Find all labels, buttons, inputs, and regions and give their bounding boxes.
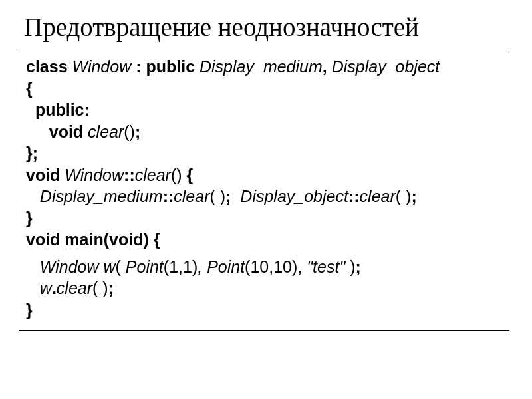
id-clear: clear [57,279,92,297]
code-line: public: [26,99,502,121]
id-clear: clear [88,122,124,141]
brace-close: } [26,301,33,319]
parens: () [171,166,182,184]
code-line: Display_medium::clear( ); Display_object… [26,186,502,207]
slide: Предотвращение неоднозначностей class Wi… [0,0,532,399]
semicolon: ; [356,257,361,276]
id-clear: clear [360,187,396,205]
paren-open: ( [116,257,126,276]
brace-close-semi: }; [26,144,38,162]
paren-close: ) [350,257,355,276]
kw-public: public [146,57,195,76]
id-w: w [40,279,52,297]
comma: , [323,57,327,76]
id-display-medium: Display_medium [40,187,163,205]
id-point: Point [126,257,164,276]
id-window: Window [65,166,124,184]
brace-open: { [187,166,194,184]
parens: ( ) [396,187,412,205]
code-block: class Window : public Display_medium, Di… [19,49,509,331]
code-line: } [26,207,502,229]
code-line: { [26,78,502,100]
id-display-object: Display_object [332,57,440,76]
id-clear: clear [174,187,209,205]
scope: :: [124,166,135,184]
code-line: Window w( Point(1,1), Point(10,10), "tes… [26,256,502,278]
code-line: void Window::clear() { [26,164,502,186]
id-window-w: Window w [40,257,116,276]
brace-close: } [26,209,33,227]
id-display-medium: Display_medium [200,57,323,76]
space [68,57,72,76]
indent [26,187,40,205]
slide-title: Предотвращение неоднозначностей [0,12,532,42]
scope: :: [163,187,174,205]
kw-public: public: [35,100,90,119]
code-line: class Window : public Display_medium, Di… [26,56,502,78]
spacer [26,251,502,256]
code-line: } [26,299,502,321]
args: (1,1) [164,257,198,276]
parens: ( ) [209,187,225,205]
space [182,166,187,184]
kw-void: void [49,122,83,141]
parens: () [124,122,135,141]
comma: , [297,257,307,276]
id-point: Point [207,257,245,276]
indent [26,279,40,297]
code-line: void clear(); [26,121,502,143]
indent [26,257,40,276]
indent [26,122,49,141]
kw-class: class [26,57,68,76]
code-line: w.clear( ); [26,277,502,299]
space [195,57,200,76]
scope: :: [348,187,360,205]
id-display-object: Display_object [240,187,348,205]
code-line: }; [26,142,502,164]
semicolon: ; [411,187,416,205]
indent [26,100,35,119]
id-clear: clear [135,166,171,184]
id-window: Window [72,57,132,76]
space [327,57,332,76]
colon: : [136,57,141,76]
space [231,187,240,205]
kw-void: void [26,166,60,184]
args: (10,10) [245,257,297,276]
main-decl: void main(void) { [26,230,160,249]
code-line: void main(void) { [26,229,502,251]
str-test: "test" [307,257,345,276]
semicolon: ; [135,122,140,141]
brace-open: { [26,79,33,98]
parens: ( ) [92,279,108,297]
semicolon: ; [108,279,114,297]
dot: . [52,279,57,297]
